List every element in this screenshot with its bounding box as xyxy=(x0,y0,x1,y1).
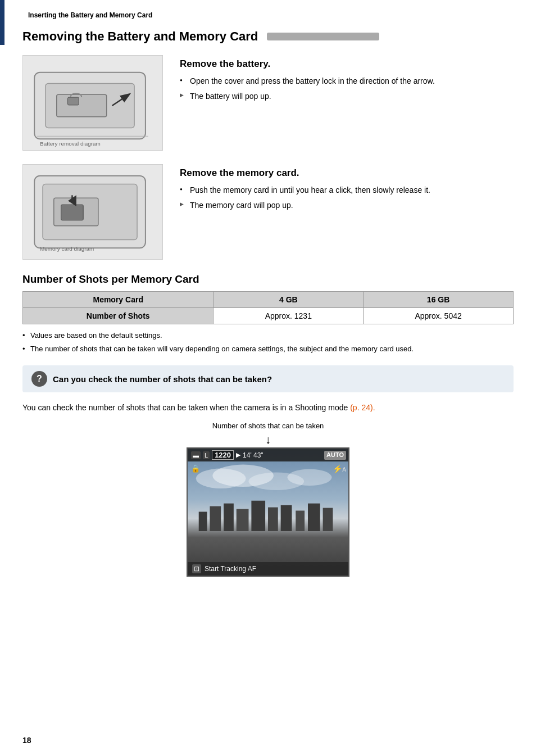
memory-image-col: Memory card diagram xyxy=(22,164,169,260)
shots-section: Number of Shots per Memory Card Memory C… xyxy=(22,273,514,354)
tracking-af-text: Start Tracking AF xyxy=(205,565,256,573)
memory-text-col: Remove the memory card. Push the memory … xyxy=(180,164,514,260)
memory-step-2: The memory card will pop up. xyxy=(180,200,514,211)
note-1: Values are based on the default settings… xyxy=(22,330,514,341)
table-header-4gb: 4 GB xyxy=(214,292,364,308)
section-title-bar: Removing the Battery and Memory Card xyxy=(22,29,514,44)
section-title: Removing the Battery and Memory Card xyxy=(22,29,258,44)
camera-bottom-bar: ⊡ Start Tracking AF xyxy=(188,562,348,576)
table-cell-4gb: Approx. 1231 xyxy=(214,308,364,324)
svg-rect-2 xyxy=(57,94,107,117)
body-paragraph: You can check the number of shots that c… xyxy=(22,401,514,414)
tracking-af-icon: ⊡ xyxy=(192,564,201,573)
camera-screen: ▬ L 1220 ▶ 14' 43" AUTO ⚡A 🔒 ⊡ Start Tra… xyxy=(187,447,349,577)
breadcrumb: Inserting the Battery and Memory Card xyxy=(28,11,514,19)
battery-heading: Remove the battery. xyxy=(180,58,514,70)
tip-icon: ? xyxy=(31,371,47,387)
screenshot-label: Number of shots that can be taken xyxy=(212,422,324,430)
battery-step-2: The battery will pop up. xyxy=(180,90,514,102)
note-2: The number of shots that can be taken wi… xyxy=(22,343,514,355)
table-cell-label: Number of Shots xyxy=(23,308,214,324)
page-number: 18 xyxy=(22,736,31,745)
table-header-16gb: 16 GB xyxy=(364,292,514,308)
svg-rect-24 xyxy=(296,511,305,531)
screenshot-area: Number of shots that can be taken ↓ xyxy=(22,422,514,577)
quality-icon: L xyxy=(203,451,210,459)
memory-step-1: Push the memory card in until you hear a… xyxy=(180,184,514,196)
svg-rect-23 xyxy=(281,505,292,531)
shots-count: 1220 xyxy=(212,450,234,460)
tip-box-text: Can you check the number of shots that c… xyxy=(53,374,272,384)
svg-rect-25 xyxy=(308,504,320,531)
battery-steps: Open the cover and press the battery loc… xyxy=(180,75,514,102)
shots-title: Number of Shots per Memory Card xyxy=(22,273,514,286)
memory-steps: Push the memory card in until you hear a… xyxy=(180,184,514,211)
svg-text:Memory card diagram: Memory card diagram xyxy=(40,246,94,252)
lock-icon: 🔒 xyxy=(191,464,200,473)
battery-image-col: Battery removal diagram xyxy=(22,55,169,151)
svg-text:Battery removal diagram: Battery removal diagram xyxy=(40,141,101,147)
record-time: 14' 43" xyxy=(243,451,264,459)
battery-text-col: Remove the battery. Open the cover and p… xyxy=(180,55,514,151)
camera-scene xyxy=(188,449,348,576)
svg-rect-18 xyxy=(210,506,221,531)
table-header-memory: Memory Card xyxy=(23,292,214,308)
table-cell-16gb: Approx. 5042 xyxy=(364,308,514,324)
tip-box: ? Can you check the number of shots that… xyxy=(22,365,514,392)
battery-step-1: Open the cover and press the battery loc… xyxy=(180,75,514,87)
movie-icon: ▶ xyxy=(236,451,240,459)
memory-image: Memory card diagram xyxy=(22,164,163,260)
svg-rect-20 xyxy=(237,509,249,531)
auto-label: AUTO xyxy=(324,451,346,459)
svg-point-16 xyxy=(288,469,332,486)
shots-table: Memory Card 4 GB 16 GB Number of Shots A… xyxy=(22,291,514,324)
svg-rect-22 xyxy=(268,508,278,531)
svg-rect-19 xyxy=(224,504,234,531)
arrow-indicator: ↓ xyxy=(265,433,271,446)
notes-list: Values are based on the default settings… xyxy=(22,330,514,354)
svg-rect-17 xyxy=(199,512,207,532)
battery-image: Battery removal diagram xyxy=(22,55,163,151)
body-text-main: You can check the number of shots that c… xyxy=(22,403,348,412)
body-text-link: (p. 24). xyxy=(350,403,375,412)
flash-icon: ⚡A xyxy=(333,464,346,473)
memory-removal-section: Memory card diagram Remove the memory ca… xyxy=(22,164,514,260)
table-row: Number of Shots Approx. 1231 Approx. 504… xyxy=(23,308,514,324)
battery-removal-section: Battery removal diagram Remove the batte… xyxy=(22,55,514,151)
svg-rect-26 xyxy=(323,508,333,531)
title-decoration-bar xyxy=(267,33,379,40)
svg-rect-10 xyxy=(61,205,84,220)
battery-icon: ▬ xyxy=(191,451,201,459)
svg-rect-4 xyxy=(68,97,79,105)
svg-rect-21 xyxy=(251,501,265,531)
memory-heading: Remove the memory card. xyxy=(180,168,514,179)
